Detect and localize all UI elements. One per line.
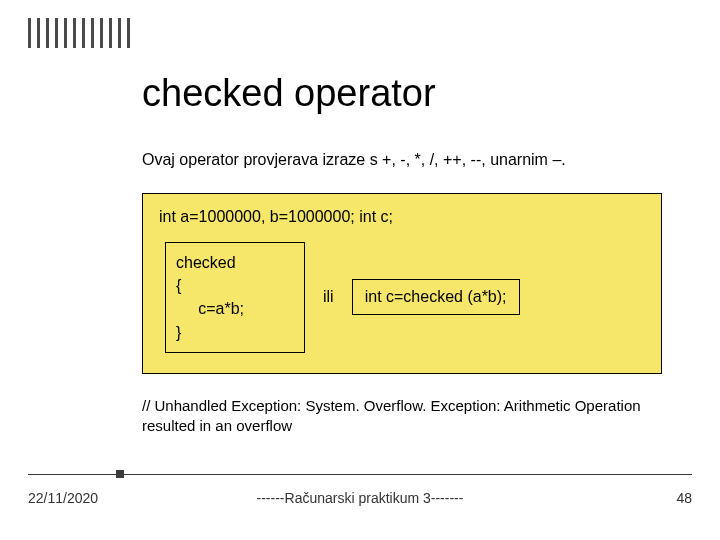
footer-center: ------Računarski praktikum 3------- (28, 490, 692, 506)
code-declaration: int a=1000000, b=1000000; int c; (159, 208, 645, 226)
code-row: checked { c=a*b; } ili int c=checked (a*… (159, 242, 645, 353)
slide: checked operator Ovaj operator provjerav… (0, 0, 720, 540)
footer: 22/11/2020 ------Računarski praktikum 3-… (28, 490, 692, 506)
code-checked-block: checked { c=a*b; } (165, 242, 305, 353)
decorative-ticks (28, 18, 130, 48)
connector-text: ili (323, 288, 334, 306)
footer-rule (28, 474, 692, 475)
exception-comment: // Unhandled Exception: System. Overflow… (142, 396, 680, 437)
footer-rule-accent (116, 470, 124, 478)
code-checked-expression: int c=checked (a*b); (352, 279, 520, 315)
footer-date: 22/11/2020 (28, 490, 98, 506)
code-box: int a=1000000, b=1000000; int c; checked… (142, 193, 662, 374)
footer-page: 48 (676, 490, 692, 506)
slide-title: checked operator (142, 72, 680, 115)
intro-text: Ovaj operator provjerava izraze s +, -, … (142, 151, 680, 169)
content-area: checked operator Ovaj operator provjerav… (142, 72, 680, 374)
